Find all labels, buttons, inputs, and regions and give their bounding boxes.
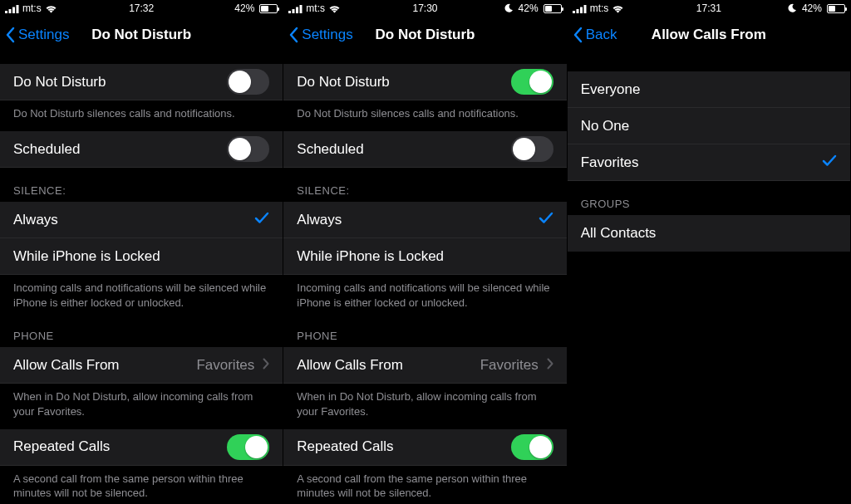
nav-bar: Back Allow Calls From <box>568 17 850 53</box>
dnd-label: Do Not Disturb <box>297 74 510 91</box>
status-time: 17:31 <box>663 2 754 14</box>
status-bar: mt:s 17:32 42% <box>0 0 283 17</box>
carrier-label: mt:s <box>22 2 42 14</box>
chevron-left-icon <box>573 27 583 43</box>
allow-option-favorites[interactable]: Favorites <box>568 144 850 181</box>
back-label: Settings <box>302 27 352 43</box>
status-bar: mt:s 17:31 42% <box>568 0 850 17</box>
svg-rect-11 <box>583 5 586 13</box>
allow-calls-row[interactable]: Allow Calls From Favorites <box>283 347 566 384</box>
nav-bar: Settings Do Not Disturb <box>0 17 283 53</box>
chevron-right-icon <box>263 357 269 374</box>
screen-2-dnd-on: mt:s 17:30 42% Settings Do Not Disturb D… <box>283 0 567 504</box>
scheduled-label: Scheduled <box>13 141 227 158</box>
wifi-icon <box>45 4 57 13</box>
dnd-toggle[interactable] <box>511 69 553 95</box>
svg-rect-10 <box>580 7 583 13</box>
chevron-left-icon <box>288 27 298 43</box>
scheduled-toggle[interactable] <box>227 136 269 162</box>
screen-1-dnd-off: mt:s 17:32 42% Settings Do Not Disturb D… <box>0 0 283 504</box>
svg-rect-2 <box>12 7 15 13</box>
allow-calls-value: Favorites <box>196 357 254 374</box>
back-button[interactable]: Back <box>573 27 617 43</box>
battery-percent: 42% <box>519 2 539 14</box>
status-time: 17:30 <box>380 2 470 14</box>
back-button[interactable]: Settings <box>288 27 352 43</box>
phone-header: PHONE <box>283 313 566 347</box>
battery-icon <box>259 4 278 13</box>
chevron-left-icon <box>5 27 15 43</box>
battery-icon <box>544 4 562 13</box>
checkmark-icon <box>254 211 269 228</box>
checkmark-icon <box>822 154 837 171</box>
repeated-calls-row[interactable]: Repeated Calls <box>0 429 283 466</box>
wifi-icon <box>612 4 624 13</box>
silence-option-locked[interactable]: While iPhone is Locked <box>283 238 566 275</box>
back-label: Settings <box>18 27 69 43</box>
allow-option-everyone[interactable]: Everyone <box>568 71 850 108</box>
svg-rect-9 <box>576 9 578 13</box>
repeated-calls-row[interactable]: Repeated Calls <box>283 429 566 466</box>
scheduled-label: Scheduled <box>297 141 510 158</box>
groups-header: GROUPS <box>568 181 850 215</box>
svg-rect-7 <box>300 5 303 13</box>
repeated-toggle[interactable] <box>227 434 269 460</box>
repeated-footer: A second call from the same person withi… <box>283 466 566 504</box>
wifi-icon <box>328 4 341 13</box>
cellular-signal-icon <box>5 4 19 13</box>
group-all-contacts[interactable]: All Contacts <box>568 215 850 252</box>
svg-rect-4 <box>288 11 291 13</box>
allow-option-noone[interactable]: No One <box>568 108 850 144</box>
status-time: 17:32 <box>96 2 186 14</box>
battery-icon <box>827 4 845 13</box>
dnd-footer: Do Not Disturb silences calls and notifi… <box>283 100 566 125</box>
cellular-signal-icon <box>288 4 303 13</box>
allow-calls-footer: When in Do Not Disturb, allow incoming c… <box>0 384 283 422</box>
battery-percent: 42% <box>802 2 822 14</box>
battery-percent: 42% <box>234 2 254 14</box>
dnd-toggle[interactable] <box>227 69 269 95</box>
chevron-right-icon <box>547 357 553 374</box>
silence-option-locked[interactable]: While iPhone is Locked <box>0 238 283 275</box>
dnd-toggle-row[interactable]: Do Not Disturb <box>0 64 283 100</box>
allow-calls-row[interactable]: Allow Calls From Favorites <box>0 347 283 384</box>
svg-rect-3 <box>17 5 19 13</box>
allow-calls-value: Favorites <box>480 357 539 374</box>
screen-3-allow-calls: mt:s 17:31 42% Back Allow Calls From Eve… <box>568 0 851 504</box>
silence-option-always[interactable]: Always <box>283 202 566 238</box>
silence-header: SILENCE: <box>283 168 566 202</box>
silence-footer: Incoming calls and notifications will be… <box>283 275 566 313</box>
repeated-footer: A second call from the same person withi… <box>0 466 283 504</box>
carrier-label: mt:s <box>590 2 609 14</box>
checkmark-icon <box>539 211 553 228</box>
moon-icon <box>504 3 514 13</box>
allow-calls-footer: When in Do Not Disturb, allow incoming c… <box>283 384 566 422</box>
svg-rect-8 <box>573 11 575 13</box>
status-bar: mt:s 17:30 42% <box>283 0 566 17</box>
scheduled-toggle-row[interactable]: Scheduled <box>0 131 283 168</box>
nav-bar: Settings Do Not Disturb <box>283 17 566 53</box>
svg-rect-5 <box>293 9 295 13</box>
svg-rect-0 <box>5 11 7 13</box>
phone-header: PHONE <box>0 313 283 347</box>
dnd-label: Do Not Disturb <box>13 74 227 91</box>
silence-header: SILENCE: <box>0 168 283 202</box>
svg-rect-6 <box>296 7 298 13</box>
moon-icon <box>787 3 797 13</box>
carrier-label: mt:s <box>306 2 325 14</box>
dnd-footer: Do Not Disturb silences calls and notifi… <box>0 100 283 125</box>
silence-option-always[interactable]: Always <box>0 202 283 238</box>
repeated-toggle[interactable] <box>511 434 553 460</box>
cellular-signal-icon <box>573 4 587 13</box>
scheduled-toggle-row[interactable]: Scheduled <box>283 131 566 168</box>
back-button[interactable]: Settings <box>5 27 69 43</box>
dnd-toggle-row[interactable]: Do Not Disturb <box>283 64 566 100</box>
svg-rect-1 <box>9 9 12 13</box>
scheduled-toggle[interactable] <box>511 136 553 162</box>
back-label: Back <box>586 27 617 43</box>
silence-footer: Incoming calls and notifications will be… <box>0 275 283 313</box>
